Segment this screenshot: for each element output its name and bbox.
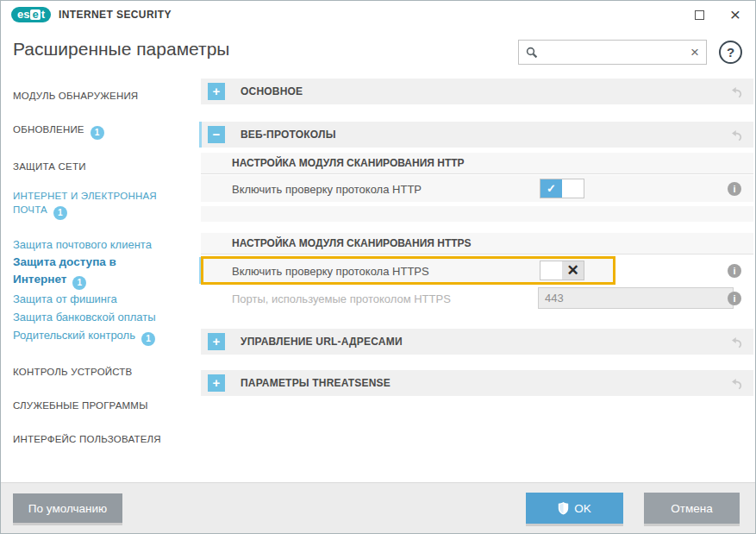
sidebar-item-tools[interactable]: СЛУЖЕБНЫЕ ПРОГРАММЫ (13, 399, 187, 412)
logo-text-left: es (17, 9, 29, 20)
spacer (201, 310, 753, 329)
maximize-button[interactable] (688, 3, 710, 26)
expand-icon[interactable]: + (208, 333, 225, 350)
spacer (201, 222, 753, 233)
sidebar-item-email-client-protection[interactable]: Защита почтового клиента (13, 236, 187, 254)
section-web-protocols[interactable]: − ВЕБ-ПРОТОКОЛЫ (201, 122, 753, 148)
toggle-check-icon: ✓ (540, 179, 562, 198)
sidebar-item-network-protection[interactable]: ЗАЩИТА СЕТИ (13, 160, 187, 173)
revert-icon[interactable] (730, 377, 743, 390)
cancel-button[interactable]: Отмена (644, 493, 740, 524)
sidebar-item-device-control[interactable]: КОНТРОЛЬ УСТРОЙСТВ (13, 365, 187, 379)
sidebar: МОДУЛЬ ОБНАРУЖЕНИЯ ОБНОВЛЕНИЕ1 ЗАЩИТА СЕ… (1, 77, 199, 482)
sidebar-item-web-and-email[interactable]: ИНТЕРНЕТ И ЭЛЕКТРОННАЯ ПОЧТА1 (13, 189, 172, 220)
sidebar-item-user-interface[interactable]: ИНТЕРФЕЙС ПОЛЬЗОВАТЕЛЯ (13, 432, 187, 446)
ok-button-label: OK (574, 502, 591, 515)
shield-icon (558, 502, 569, 515)
http-check-row: Включить проверку протокола HTTP ✓ i (201, 175, 753, 202)
sidebar-item-detection-module[interactable]: МОДУЛЬ ОБНАРУЖЕНИЯ (13, 89, 187, 103)
section-basic[interactable]: + ОСНОВНОЕ (201, 79, 753, 104)
http-scanner-setup-header: НАСТРОЙКА МОДУЛЯ СКАНИРОВАНИЯ HTTP (201, 153, 753, 174)
https-check-toggle[interactable]: ✕ (540, 261, 584, 280)
web-access-badge: 1 (72, 276, 86, 290)
eset-logo: eset (11, 7, 51, 22)
search-input[interactable] (544, 46, 690, 59)
revert-icon[interactable] (730, 129, 743, 141)
update-badge: 1 (91, 126, 104, 140)
product-name: INTERNET SECURITY (59, 9, 172, 21)
close-button[interactable]: × (724, 3, 747, 26)
section-threatsense[interactable]: + ПАРАМЕТРЫ THREATSENSE (201, 370, 753, 396)
logo-text-mid: e (30, 9, 40, 20)
settings-content: + ОСНОВНОЕ − ВЕБ-ПРОТОКОЛЫ НАСТРОЙКА МОД… (199, 77, 755, 482)
revert-icon[interactable] (730, 85, 743, 98)
web-and-email-badge: 1 (53, 206, 67, 220)
info-icon[interactable]: i (728, 182, 741, 196)
https-ports-label: Порты, используемые протоколом HTTPS (232, 292, 451, 305)
section-threatsense-title: ПАРАМЕТРЫ THREATSENSE (241, 377, 390, 389)
section-url-management-title: УПРАВЛЕНИЕ URL-АДРЕСАМИ (241, 336, 403, 348)
search-icon (526, 47, 538, 59)
search-clear-icon[interactable]: × (690, 46, 699, 60)
sidebar-item-banking-protection[interactable]: Защита банковской оплаты (13, 308, 187, 326)
body: МОДУЛЬ ОБНАРУЖЕНИЯ ОБНОВЛЕНИЕ1 ЗАЩИТА СЕ… (1, 77, 755, 482)
titlebar: eset INTERNET SECURITY × (1, 1, 755, 28)
https-check-row: Включить проверку протокола HTTPS ✕ i (201, 257, 753, 284)
maximize-icon (695, 10, 704, 20)
revert-icon[interactable] (730, 336, 743, 349)
page-title: Расширенные параметры (13, 39, 229, 60)
section-url-management[interactable]: + УПРАВЛЕНИЕ URL-АДРЕСАМИ (201, 329, 753, 355)
spacer (201, 104, 753, 122)
info-icon[interactable]: i (728, 292, 741, 305)
default-button[interactable]: По умолчанию (13, 493, 122, 523)
https-ports-row: Порты, используемые протоколом HTTPS i (201, 286, 753, 310)
spacer (201, 355, 753, 370)
toggle-x-icon: ✕ (562, 261, 584, 280)
https-scanner-setup-header: НАСТРОЙКА МОДУЛЯ СКАНИРОВАНИЯ HTTPS (201, 233, 753, 254)
section-basic-title: ОСНОВНОЕ (241, 85, 303, 97)
empty-row (201, 206, 753, 222)
https-highlight-box: Включить проверку протокола HTTPS ✕ (201, 256, 615, 285)
ok-button[interactable]: OK (526, 493, 623, 524)
parental-control-badge: 1 (141, 332, 155, 346)
footer: По умолчанию OK Отмена (1, 482, 755, 533)
https-ports-input[interactable] (538, 287, 734, 309)
http-check-label: Включить проверку протокола HTTP (232, 182, 422, 195)
window-controls: × (688, 1, 747, 28)
search-box: × (518, 40, 707, 65)
sidebar-item-web-access-protection[interactable]: Защита доступа в Интернет1 (13, 254, 158, 290)
sidebar-item-update[interactable]: ОБНОВЛЕНИЕ1 (13, 123, 187, 140)
collapse-icon[interactable]: − (208, 126, 225, 143)
eset-settings-window: eset INTERNET SECURITY × Расширенные пар… (0, 0, 756, 534)
sidebar-item-anti-phishing[interactable]: Защита от фишинга (13, 290, 187, 308)
info-icon[interactable]: i (728, 264, 741, 278)
help-button[interactable]: ? (719, 41, 742, 64)
section-web-protocols-title: ВЕБ-ПРОТОКОЛЫ (241, 129, 336, 141)
logo-text-right: t (41, 9, 45, 20)
sidebar-item-parental-control[interactable]: Родительский контроль1 (13, 326, 187, 346)
header: Расширенные параметры × ? (1, 28, 755, 77)
expand-icon[interactable]: + (208, 83, 225, 100)
http-check-toggle[interactable]: ✓ (540, 179, 584, 198)
https-check-label: Включить проверку протокола HTTPS (232, 264, 429, 277)
expand-icon[interactable]: + (208, 374, 225, 392)
